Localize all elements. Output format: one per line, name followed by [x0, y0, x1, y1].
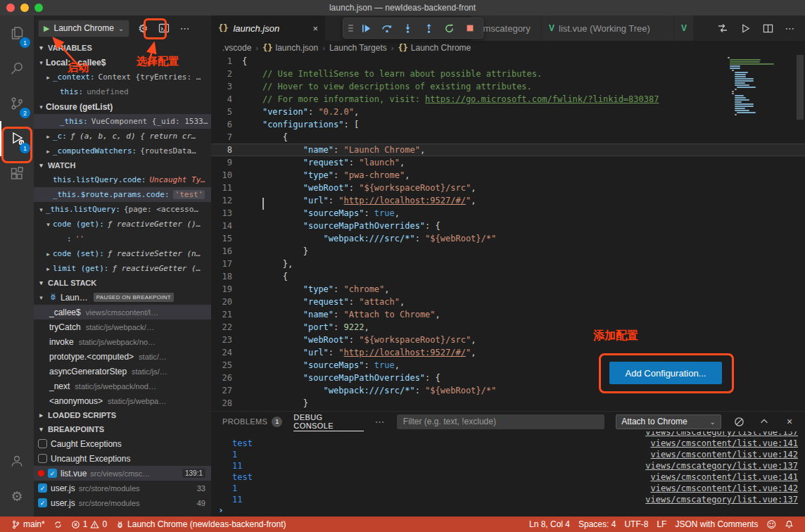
- step-out-button[interactable]: [419, 19, 439, 37]
- watch-row[interactable]: ▾_this.listQuery:{page: <accesso…: [34, 202, 211, 217]
- debug-console-toggle-button[interactable]: [156, 20, 172, 36]
- chevron-right-icon[interactable]: ▸: [44, 74, 53, 81]
- chevron-right-icon[interactable]: ▸: [44, 148, 53, 155]
- code-line[interactable]: 3 // Hover to view descriptions of exist…: [211, 80, 805, 93]
- line-number[interactable]: 19: [211, 283, 242, 296]
- chevron-right-icon[interactable]: ▸: [44, 251, 53, 258]
- activity-extensions[interactable]: [0, 156, 34, 191]
- restart-button[interactable]: [440, 19, 459, 37]
- call-stack-frame[interactable]: _nextstatic/js/webpack/nod…: [34, 379, 211, 393]
- call-stack-frame[interactable]: prototype.<computed>static/…: [34, 349, 211, 364]
- accounts-button[interactable]: [0, 443, 34, 479]
- line-number[interactable]: 24: [211, 346, 242, 359]
- breadcrumb-launch-targets[interactable]: Launch Targets: [329, 43, 387, 53]
- line-number[interactable]: 22: [211, 321, 242, 334]
- minimap[interactable]: [728, 57, 792, 116]
- activity-search[interactable]: [0, 51, 34, 86]
- code-line[interactable]: 1{: [211, 55, 805, 68]
- line-number[interactable]: 9: [211, 156, 242, 169]
- watch-row[interactable]: ▸code (set):ƒ reactiveSetter (n…: [34, 246, 211, 261]
- minimize-window-button[interactable]: [20, 4, 29, 12]
- line-number[interactable]: 3: [211, 80, 242, 93]
- tab-debug-console[interactable]: DEBUG CONSOLE: [293, 412, 364, 431]
- close-window-button[interactable]: [6, 4, 15, 12]
- console-source-link[interactable]: views/cmscategory/list.vue:137: [645, 494, 798, 505]
- console-source-link[interactable]: views/cmscategory/list.vue:137: [645, 460, 798, 471]
- loaded-scripts-section-header[interactable]: ▸ LOADED SCRIPTS: [34, 408, 211, 422]
- debug-session-row[interactable]: ▾ Laun… PAUSED ON BREAKPOINT: [34, 290, 211, 305]
- open-changes-icon[interactable]: [715, 20, 730, 36]
- code-line[interactable]: 17 },: [211, 258, 805, 270]
- more-tabs-icon[interactable]: ⋯: [375, 416, 386, 427]
- breakpoint-checkbox[interactable]: ✓: [38, 498, 47, 507]
- debug-target-indicator[interactable]: Launch Chrome (newIdeas-backend-front): [111, 517, 290, 532]
- maximize-panel-button[interactable]: [758, 414, 772, 429]
- variables-section-header[interactable]: ▾ VARIABLES: [34, 41, 211, 55]
- code-line[interactable]: 11 "webRoot": "${workspaceRoot}/src",: [211, 182, 805, 194]
- eol-sequence[interactable]: LF: [652, 517, 671, 532]
- tab-problems[interactable]: PROBLEMS 1: [222, 412, 282, 431]
- line-number[interactable]: 13: [211, 207, 242, 220]
- problems-indicator[interactable]: 1 0: [67, 517, 111, 532]
- console-source-link[interactable]: views/cmscontent/list.vue:142: [650, 483, 798, 494]
- breakpoint-row[interactable]: Caught Exceptions: [34, 436, 211, 451]
- code-line[interactable]: 22 "port": 9222,: [211, 321, 805, 334]
- activity-run-and-debug[interactable]: 1: [0, 121, 34, 156]
- line-number[interactable]: 10: [211, 169, 242, 182]
- line-number[interactable]: 18: [211, 270, 242, 283]
- code-line[interactable]: 23 "webRoot": "${workspaceRoot}/src",: [211, 334, 805, 346]
- code-editor[interactable]: 1{2 // Use IntelliSense to learn about p…: [211, 55, 805, 411]
- breadcrumb-launch-chrome[interactable]: {}Launch Chrome: [398, 43, 471, 53]
- line-number[interactable]: 7: [211, 131, 242, 144]
- chevron-down-icon[interactable]: ▾: [37, 103, 46, 110]
- line-number[interactable]: 12: [211, 194, 242, 207]
- line-number[interactable]: 27: [211, 384, 242, 397]
- more-actions-icon[interactable]: ⋯: [177, 20, 193, 36]
- line-number[interactable]: 4: [211, 93, 242, 106]
- indentation[interactable]: Spaces: 4: [574, 517, 620, 532]
- call-stack-frame[interactable]: <anonymous>static/js/webpa…: [34, 393, 211, 408]
- chevron-down-icon[interactable]: ▾: [37, 59, 46, 66]
- line-number[interactable]: 1: [211, 55, 242, 68]
- breakpoints-section-header[interactable]: ▾ BREAKPOINTS: [34, 422, 211, 436]
- code-line[interactable]: 14 "sourceMapPathOverrides": {: [211, 220, 805, 232]
- variable-row[interactable]: this:undefined: [34, 84, 211, 99]
- breakpoint-row[interactable]: Uncaught Exceptions: [34, 451, 211, 466]
- breakpoint-checkbox[interactable]: ✓: [38, 483, 47, 493]
- manage-button[interactable]: ⚙: [0, 479, 34, 514]
- run-icon[interactable]: [737, 20, 753, 36]
- close-tab-icon[interactable]: ×: [312, 23, 318, 34]
- variable-row[interactable]: ▾Local: _callee$: [34, 55, 211, 70]
- code-line[interactable]: 9 "request": "launch",: [211, 156, 805, 169]
- breakpoint-checkbox[interactable]: [38, 454, 47, 463]
- code-line[interactable]: 28 }: [211, 397, 805, 410]
- split-editor-icon[interactable]: [760, 20, 775, 36]
- code-line[interactable]: 5 "version": "0.2.0",: [211, 106, 805, 118]
- line-number[interactable]: 16: [211, 245, 242, 258]
- line-number[interactable]: 28: [211, 397, 242, 410]
- chevron-down-icon[interactable]: ▾: [44, 221, 53, 228]
- call-stack-section-header[interactable]: ▾ CALL STACK: [34, 276, 211, 290]
- encoding[interactable]: UTF-8: [620, 517, 652, 532]
- language-mode[interactable]: JSON with Comments: [671, 517, 762, 532]
- code-line[interactable]: 12 "url": "http://localhost:9527/#/",: [211, 194, 805, 207]
- start-debug-icon[interactable]: ▶: [44, 24, 49, 33]
- clear-console-button[interactable]: [733, 414, 747, 429]
- line-number[interactable]: 20: [211, 296, 242, 308]
- more-actions-icon[interactable]: ⋯: [782, 20, 798, 36]
- call-stack-frame[interactable]: tryCatchstatic/js/webpack/…: [34, 319, 211, 334]
- code-line[interactable]: 20 "request": "attach",: [211, 296, 805, 308]
- scrollbar-thumb[interactable]: [797, 55, 804, 120]
- console-source-link[interactable]: views/cmscontent/list.vue:141: [650, 471, 798, 483]
- line-number[interactable]: 8: [211, 144, 242, 156]
- tab-partial-vue[interactable]: V: [674, 15, 694, 41]
- console-input-prompt[interactable]: ›: [218, 505, 224, 515]
- debug-session-select[interactable]: Attach to Chrome ⌄: [616, 414, 721, 429]
- line-number[interactable]: 23: [211, 334, 242, 346]
- call-stack-frame[interactable]: _callee$views/cmscontent/l…: [34, 305, 211, 319]
- code-line[interactable]: 10 "type": "pwa-chrome",: [211, 169, 805, 182]
- code-line[interactable]: 18 {: [211, 270, 805, 283]
- call-stack-frame[interactable]: invokestatic/js/webpack/no…: [34, 334, 211, 349]
- console-source-link[interactable]: views/cmscategory/list.vue:137: [645, 431, 798, 438]
- variable-row[interactable]: ▸_computedWatchers:{routesData…: [34, 144, 211, 158]
